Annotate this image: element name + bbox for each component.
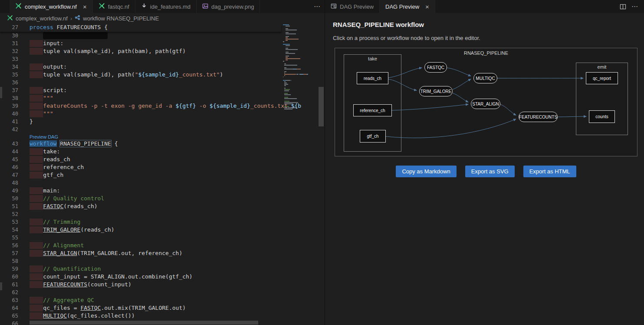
breadcrumb-separator: ›	[70, 15, 72, 22]
sticky-scroll-line[interactable]: 27 process FEATURECOUNTS {	[0, 23, 281, 32]
code-line[interactable]: 40 """	[0, 110, 325, 118]
code-line[interactable]: 53 // Trimming	[0, 218, 325, 226]
code-line[interactable]: 39 featureCounts -p -t exon -g gene_id -…	[0, 102, 325, 110]
code-line[interactable]: 30	[0, 32, 325, 40]
minimap[interactable]	[281, 23, 309, 136]
code-line[interactable]: 36	[0, 79, 325, 86]
code-line[interactable]: 41}	[0, 118, 325, 126]
dag-node-gtf_ch[interactable]: gtf_ch	[360, 130, 386, 143]
code-line[interactable]: 64 qc_files = FASTQC.out.mix(TRIM_GALORE…	[0, 304, 325, 312]
line-number: 32	[0, 47, 18, 55]
code-line[interactable]: 32 tuple val(sample_id), path(bam), path…	[0, 47, 325, 55]
codelens-row: Preview DAG	[0, 133, 325, 140]
code-line[interactable]: 46 reference_ch	[0, 163, 325, 171]
code-lines: 3031 input:32 tuple val(sample_id), path…	[0, 32, 325, 325]
sticky-code-text: process FEATURECOUNTS {	[18, 23, 281, 31]
code-line[interactable]: 31 input:	[0, 40, 325, 47]
line-number: 55	[0, 234, 18, 242]
dag-node-reads_ch[interactable]: reads_ch	[357, 72, 388, 84]
export-as-svg-button[interactable]: Export as SVG	[465, 166, 515, 177]
line-number: 60	[0, 273, 18, 281]
line-number: 57	[0, 249, 18, 257]
tab-dag-preview-png[interactable]: dag_preview.png	[197, 0, 260, 13]
line-number: 35	[0, 71, 18, 79]
more-actions-icon[interactable]: ⋯	[631, 3, 638, 10]
breadcrumb-file[interactable]: complex_workflow.nf	[16, 15, 68, 22]
tab-label: fastqc.nf	[108, 3, 129, 10]
codelens-preview-dag[interactable]: Preview DAG	[30, 134, 58, 139]
breadcrumb: complex_workflow.nf › workflow RNASEQ_PI…	[0, 13, 325, 23]
tab-label: DAG Preview	[340, 3, 374, 10]
dag-node-STAR_ALIGN[interactable]: STAR_ALIGN	[471, 99, 500, 109]
code-line[interactable]: 45 reads_ch	[0, 156, 325, 163]
tab-fastqc[interactable]: fastqc.nf	[93, 0, 135, 13]
dag-node-TRIM_GALORE[interactable]: TRIM_GALORE	[419, 86, 453, 96]
close-icon[interactable]: ×	[83, 3, 87, 10]
line-number: 41	[0, 118, 18, 126]
code-line[interactable]: 43workflow RNASEQ_PIPELINE {	[0, 140, 325, 148]
code-line[interactable]: 48	[0, 179, 325, 187]
line-number: 50	[0, 195, 18, 202]
editor-tab-bar: complex_workflow.nf × fastqc.nf ide_feat…	[0, 0, 325, 13]
code-line[interactable]: 37 script:	[0, 86, 325, 94]
code-line[interactable]: 59 // Quantification	[0, 265, 325, 273]
breadcrumb-symbol[interactable]: workflow RNASEQ_PIPELINE	[83, 15, 159, 22]
export-as-html-button[interactable]: Export as HTML	[523, 166, 576, 177]
tab-label: DAG Preview	[385, 3, 419, 10]
code-line[interactable]: 58	[0, 257, 325, 265]
line-number: 56	[0, 242, 18, 249]
code-editor[interactable]: 27 process FEATURECOUNTS { 3031 input:32…	[0, 23, 325, 325]
code-line[interactable]: 42	[0, 126, 325, 133]
dag-node-MULTIQC[interactable]: MULTIQC	[473, 73, 497, 83]
code-line[interactable]: 33	[0, 55, 325, 63]
line-number: 42	[0, 126, 18, 133]
horizontal-scrollbar[interactable]	[30, 321, 258, 325]
dag-node-counts[interactable]: counts	[589, 110, 615, 123]
code-line[interactable]: 62	[0, 289, 325, 296]
gutter-decoration	[0, 87, 2, 98]
code-line[interactable]: 65 MULTIQC(qc_files.collect())	[0, 312, 325, 320]
image-icon	[202, 3, 208, 10]
split-editor-icon[interactable]	[620, 3, 626, 10]
close-icon[interactable]: ×	[425, 3, 429, 10]
tab-dag-preview-2[interactable]: DAG Preview ×	[380, 0, 435, 13]
code-line[interactable]: 55	[0, 234, 325, 242]
code-line[interactable]: 63 // Aggregate QC	[0, 296, 325, 304]
line-number: 65	[0, 312, 18, 320]
line-number: 47	[0, 171, 18, 179]
code-line[interactable]: 50 // Quality control	[0, 195, 325, 202]
line-number: 53	[0, 218, 18, 226]
page-title: RNASEQ_PIPELINE workflow	[333, 21, 424, 28]
dag-node-reference_ch[interactable]: reference_ch	[353, 104, 392, 116]
code-line[interactable]: 61 FEATURECOUNTS(count_input)	[0, 281, 325, 289]
tab-ide-features[interactable]: ide_features.md	[135, 0, 197, 13]
code-line[interactable]: 35 tuple val(sample_id), path("${sample_…	[0, 71, 325, 79]
tab-label: ide_features.md	[150, 3, 191, 10]
code-line[interactable]: 38 """	[0, 94, 325, 102]
code-line[interactable]: 56 // Alignment	[0, 242, 325, 249]
tab-complex-workflow[interactable]: complex_workflow.nf ×	[10, 0, 93, 13]
preview-icon	[331, 3, 337, 10]
more-tabs-icon[interactable]: ⋯	[309, 0, 325, 13]
code-line[interactable]: 34 output:	[0, 63, 325, 71]
code-line[interactable]: 51 FASTQC(reads_ch)	[0, 202, 325, 210]
line-number: 34	[0, 63, 18, 71]
dag-node-FEATURECOUNTS[interactable]: FEATURECOUNTS	[519, 112, 558, 122]
line-number: 44	[0, 148, 18, 156]
tab-dag-preview-1[interactable]: DAG Preview	[325, 0, 380, 13]
line-number: 38	[0, 94, 18, 102]
dag-diagram: RNASEQ_PIPELINE take emit reads_chrefere…	[335, 48, 637, 156]
code-line[interactable]: 60 count_input = STAR_ALIGN.out.combine(…	[0, 273, 325, 281]
code-line[interactable]: 57 STAR_ALIGN(TRIM_GALORE.out, reference…	[0, 249, 325, 257]
code-line[interactable]: 54 TRIM_GALORE(reads_ch)	[0, 226, 325, 234]
code-line[interactable]: 52	[0, 210, 325, 218]
line-number: 52	[0, 210, 18, 218]
dag-node-qc_report[interactable]: qc_report	[586, 72, 618, 84]
copy-as-markdown-button[interactable]: Copy as Markdown	[396, 166, 456, 177]
vertical-scrollbar[interactable]	[319, 87, 324, 126]
code-line[interactable]: 44 take:	[0, 148, 325, 156]
code-line[interactable]: 47 gtf_ch	[0, 171, 325, 179]
dag-node-FASTQC[interactable]: FASTQC	[424, 62, 447, 73]
line-number: 64	[0, 304, 18, 312]
code-line[interactable]: 49 main:	[0, 187, 325, 195]
